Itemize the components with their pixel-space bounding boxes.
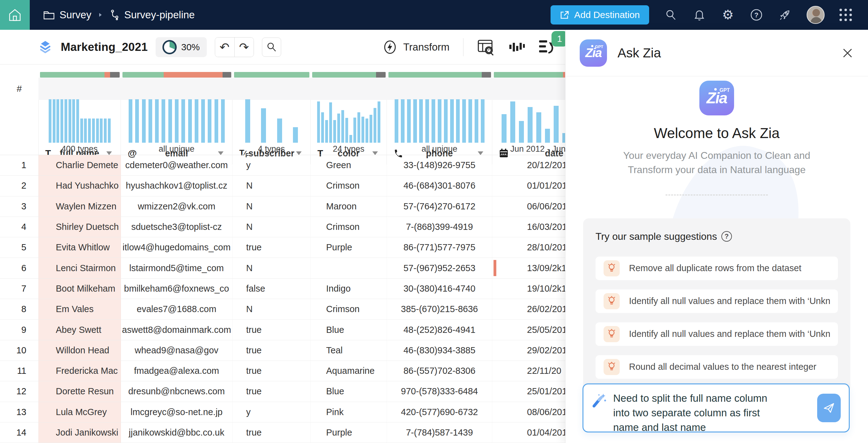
cell-email[interactable]: fmadgea@alexa.com bbox=[121, 361, 232, 381]
cell-num[interactable]: 14 bbox=[0, 422, 38, 443]
cell-subscriber[interactable]: true bbox=[232, 381, 311, 402]
quality-bar-date[interactable] bbox=[494, 72, 565, 78]
cell-date[interactable]: 01/04/201 bbox=[492, 422, 565, 443]
cell-color[interactable]: Purple bbox=[311, 237, 387, 258]
cell-num[interactable]: 11 bbox=[0, 361, 38, 381]
cell-phone[interactable]: 7-(784)587-1439 bbox=[387, 422, 492, 443]
cell-num[interactable]: 5 bbox=[0, 237, 38, 258]
column-histogram-subscriber[interactable]: 4 types bbox=[232, 100, 311, 155]
cell-color[interactable]: Indigo bbox=[311, 278, 387, 299]
cell-phone[interactable]: 57-(764)270-6172 bbox=[387, 196, 492, 216]
cell-color[interactable]: Pink bbox=[311, 402, 387, 422]
user-avatar[interactable] bbox=[807, 6, 825, 24]
quality-bar-subscriber[interactable] bbox=[234, 72, 309, 78]
cell-date[interactable]: 08/06/201 bbox=[492, 402, 565, 422]
cell-email[interactable]: lmcgreyc@so-net.ne.jp bbox=[121, 402, 232, 422]
cell-full_name[interactable]: Boot Milkeham bbox=[38, 278, 121, 299]
apps-grid-icon[interactable] bbox=[839, 9, 852, 21]
home-button[interactable] bbox=[0, 0, 30, 30]
cell-subscriber[interactable]: N bbox=[232, 217, 311, 237]
cell-phone[interactable]: 57-(967)952-2653 bbox=[387, 258, 492, 278]
preview-table-button[interactable] bbox=[477, 38, 495, 56]
cell-color[interactable]: Aquamarine bbox=[311, 361, 387, 381]
cell-num[interactable]: 12 bbox=[0, 381, 38, 402]
column-histogram-phone[interactable]: all unique bbox=[387, 100, 492, 155]
cell-num[interactable]: 7 bbox=[0, 278, 38, 299]
cell-email[interactable]: bmilkeham6@foxnews_co bbox=[121, 278, 232, 299]
cell-color[interactable]: Crimson bbox=[311, 299, 387, 319]
column-histogram-date[interactable]: Jun 2012 - Jun bbox=[492, 100, 565, 155]
cell-email[interactable]: cdemeter0@weather.com bbox=[121, 155, 232, 175]
cell-full_name[interactable]: Evita Whitlow bbox=[38, 237, 121, 258]
cell-subscriber[interactable]: false bbox=[232, 278, 311, 299]
cell-phone[interactable]: 86-(557)702-8306 bbox=[387, 361, 492, 381]
cell-subscriber[interactable]: N bbox=[232, 176, 311, 196]
applied-steps-button[interactable]: 1 bbox=[538, 39, 556, 55]
notifications-bell-icon[interactable] bbox=[692, 8, 706, 22]
breadcrumb-pipeline[interactable]: Survey-pipeline bbox=[110, 9, 195, 21]
cell-full_name[interactable]: Dorette Resun bbox=[38, 381, 121, 402]
cell-subscriber[interactable]: true bbox=[232, 422, 311, 443]
cell-color[interactable]: Teal bbox=[311, 340, 387, 360]
cell-email[interactable]: evales7@1688.com bbox=[121, 299, 232, 319]
cell-color[interactable]: Purple bbox=[311, 422, 387, 443]
cell-color[interactable]: Green bbox=[311, 155, 387, 175]
cell-full_name[interactable]: Fredericka Mac bbox=[38, 361, 121, 381]
cell-color[interactable] bbox=[311, 258, 387, 278]
cell-phone[interactable]: 970-(578)333-6484 bbox=[387, 381, 492, 402]
column-histogram-full_name[interactable]: 400 types bbox=[38, 100, 121, 155]
cell-email[interactable]: jjanikowskid@bbc.co.uk bbox=[121, 422, 232, 443]
cell-phone[interactable]: 33-(148)926-9755 bbox=[387, 155, 492, 175]
cell-email[interactable]: itlow4@hugedomains_com bbox=[121, 237, 232, 258]
search-icon[interactable] bbox=[664, 8, 678, 22]
cell-color[interactable]: Crimson bbox=[311, 176, 387, 196]
cell-full_name[interactable]: Willdon Head bbox=[38, 340, 121, 360]
cell-full_name[interactable]: Jodi Janikowski bbox=[38, 422, 121, 443]
suggestion-item[interactable]: Remove all duplicate rows from the datas… bbox=[595, 257, 838, 280]
cell-date[interactable]: 19/10/2k1 bbox=[492, 278, 565, 299]
cell-full_name[interactable]: Waylen Mizzen bbox=[38, 196, 121, 216]
cell-date[interactable]: 01/01/201 bbox=[492, 176, 565, 196]
cell-subscriber[interactable]: true bbox=[232, 237, 311, 258]
table-search-button[interactable] bbox=[262, 37, 281, 57]
cell-phone[interactable]: 30-(380)416-4740 bbox=[387, 278, 492, 299]
settings-gear-icon[interactable]: ⚙ bbox=[721, 8, 735, 22]
cell-phone[interactable]: 48-(252)826-4941 bbox=[387, 320, 492, 340]
zia-prompt-text[interactable]: Need to split the full name column into … bbox=[613, 391, 783, 435]
cell-num[interactable]: 8 bbox=[0, 299, 38, 319]
cell-subscriber[interactable]: y bbox=[232, 155, 311, 175]
cell-date[interactable]: 28/10/201 bbox=[492, 237, 565, 258]
cell-subscriber[interactable]: N bbox=[232, 258, 311, 278]
cell-date[interactable]: 29/02/201 bbox=[492, 340, 565, 360]
cell-date[interactable]: 22/11/20 bbox=[492, 361, 565, 381]
cell-date[interactable]: 20/12/201 bbox=[492, 155, 565, 175]
cell-full_name[interactable]: Shirley Duetsch bbox=[38, 217, 121, 237]
cell-full_name[interactable]: Had Yushachko bbox=[38, 176, 121, 196]
cell-num[interactable]: 6 bbox=[0, 258, 38, 278]
quality-progress-badge[interactable]: 30% bbox=[156, 37, 207, 57]
suggestion-item[interactable]: Identify all null values and replace the… bbox=[595, 290, 838, 313]
cell-email[interactable]: lstairmond5@time_com bbox=[121, 258, 232, 278]
cell-color[interactable]: Blue bbox=[311, 381, 387, 402]
cell-color[interactable]: Crimson bbox=[311, 217, 387, 237]
cell-subscriber[interactable]: true bbox=[232, 340, 311, 360]
cell-phone[interactable]: 86-(771)577-7975 bbox=[387, 237, 492, 258]
cell-date[interactable]: 13/09/2k1 bbox=[492, 258, 565, 278]
cell-full_name[interactable]: Charlie Demete bbox=[38, 155, 121, 175]
cell-email[interactable]: aswett8@domainmark.com bbox=[121, 320, 232, 340]
cell-date[interactable]: 25/01/201 bbox=[492, 381, 565, 402]
cell-num[interactable]: 4 bbox=[0, 217, 38, 237]
column-stats-button[interactable] bbox=[509, 40, 525, 54]
cell-phone[interactable]: 46-(684)301-8076 bbox=[387, 176, 492, 196]
suggestion-item[interactable]: Round all decimal values to the nearest … bbox=[595, 355, 838, 379]
cell-email[interactable]: dresunb@nbcnews.com bbox=[121, 381, 232, 402]
cell-full_name[interactable]: Em Vales bbox=[38, 299, 121, 319]
cell-date[interactable]: 16/03/201 bbox=[492, 217, 565, 237]
cell-num[interactable]: 13 bbox=[0, 402, 38, 422]
cell-full_name[interactable]: Abey Swett bbox=[38, 320, 121, 340]
cell-color[interactable]: Blue bbox=[311, 320, 387, 340]
cell-subscriber[interactable]: true bbox=[232, 320, 311, 340]
suggestions-help-icon[interactable]: ? bbox=[721, 231, 732, 242]
cell-phone[interactable]: 385-(670)215-8636 bbox=[387, 299, 492, 319]
undo-button[interactable]: ↶ bbox=[215, 37, 235, 57]
